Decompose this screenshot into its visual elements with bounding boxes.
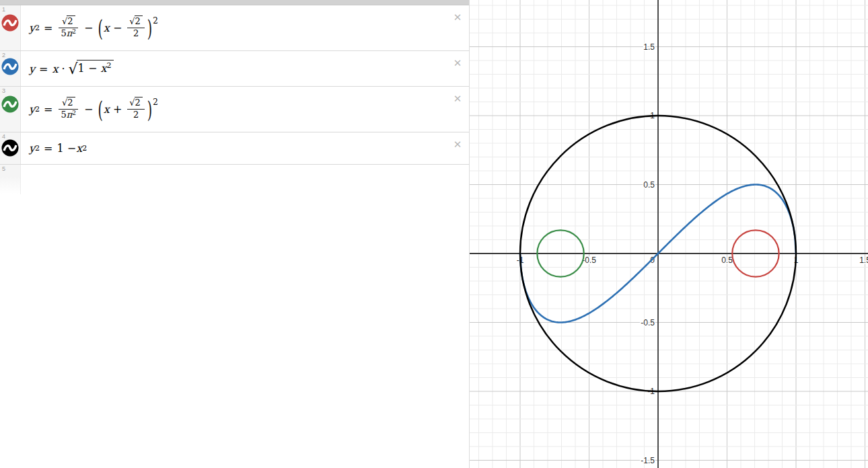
math-op: − (113, 22, 122, 34)
svg-text:-0.5: -0.5 (641, 318, 655, 327)
expression-gutter-5[interactable]: 5 (0, 165, 21, 194)
row-number: 5 (2, 165, 5, 172)
graph-region[interactable]: -1-0.50.511.51.510.5-0.5-1-1.50 (469, 0, 868, 468)
close-expression-button-3[interactable]: ✕ (452, 93, 463, 104)
close-expression-button-4[interactable]: ✕ (452, 139, 463, 150)
math-var: y (29, 63, 35, 75)
math-op: · (61, 63, 65, 75)
svg-text:1.5: 1.5 (859, 256, 868, 265)
math-op: = (39, 63, 48, 75)
math-op: = (44, 22, 52, 34)
math-fraction: √2 5π2 (59, 98, 78, 120)
math-var: x (104, 103, 110, 116)
expression-input-3[interactable]: y2 = √2 5π2 − ( x + √2 2 )2 (21, 87, 469, 132)
expression-row-3[interactable]: 3 y2 = √2 5π2 − ( x + √2 2 (0, 87, 469, 132)
graph-canvas[interactable]: -1-0.50.511.51.510.5-0.5-1-1.50 (470, 0, 868, 468)
expression-gutter-4[interactable]: 4 (0, 132, 21, 164)
expression-row-5-empty[interactable]: 5 (0, 165, 469, 194)
math-op: − (84, 103, 93, 116)
math-exp: 2 (153, 16, 158, 26)
graphing-calculator-app: 1 y2 = √2 5π2 − ( x − √2 2 (0, 0, 868, 468)
math-var: x (76, 142, 82, 155)
math-var: y (29, 142, 35, 155)
panel-top-bar (0, 0, 469, 5)
svg-text:-1.5: -1.5 (641, 456, 655, 465)
math-radical: √1 − x2 (69, 61, 114, 77)
math-var: y (29, 22, 35, 34)
curve-visibility-icon[interactable] (1, 139, 19, 157)
expression-row-1[interactable]: 1 y2 = √2 5π2 − ( x − √2 2 (0, 5, 469, 51)
math-op: + (113, 103, 122, 116)
expression-input-2[interactable]: y = x · √1 − x2 (21, 51, 469, 86)
curve-visibility-icon[interactable] (1, 14, 19, 32)
expression-panel: 1 y2 = √2 5π2 − ( x − √2 2 (0, 0, 469, 468)
math-text: 1 − (57, 142, 76, 155)
close-expression-button-2[interactable]: ✕ (452, 58, 463, 69)
row-number: 1 (2, 6, 5, 13)
close-expression-button-1[interactable]: ✕ (452, 12, 463, 23)
math-fraction: √2 2 (127, 98, 145, 120)
expression-row-2[interactable]: 2 y = x · √1 − x2 ✕ (0, 51, 469, 87)
math-fraction: √2 2 (127, 17, 145, 39)
math-fraction: √2 5π2 (59, 17, 78, 39)
math-paren: ( (98, 96, 102, 122)
math-exp: 2 (153, 98, 158, 107)
math-paren: ) (147, 15, 152, 41)
expression-gutter-2[interactable]: 2 (0, 51, 21, 86)
curve-visibility-icon[interactable] (1, 95, 19, 113)
expression-input-4[interactable]: y2 = 1 − x2 (21, 132, 469, 164)
math-var: x (104, 22, 110, 34)
expression-input-1[interactable]: y2 = √2 5π2 − ( x − √2 2 )2 (21, 5, 469, 50)
svg-text:1.5: 1.5 (643, 42, 655, 52)
svg-text:0.5: 0.5 (721, 256, 733, 265)
math-op: = (44, 142, 52, 155)
math-paren: ) (147, 96, 152, 122)
math-var: x (52, 63, 58, 75)
expression-row-4[interactable]: 4 y2 = 1 − x2 ✕ (0, 132, 469, 165)
expression-input-5[interactable] (21, 165, 469, 194)
math-op: = (44, 103, 52, 116)
math-op: − (84, 22, 93, 34)
math-paren: ( (98, 15, 102, 41)
math-var: y (29, 103, 35, 116)
expression-gutter-3[interactable]: 3 (0, 87, 21, 132)
row-number: 3 (2, 87, 5, 94)
svg-text:0.5: 0.5 (643, 180, 655, 190)
expression-gutter-1[interactable]: 1 (0, 5, 21, 50)
curve-visibility-icon[interactable] (1, 58, 19, 75)
